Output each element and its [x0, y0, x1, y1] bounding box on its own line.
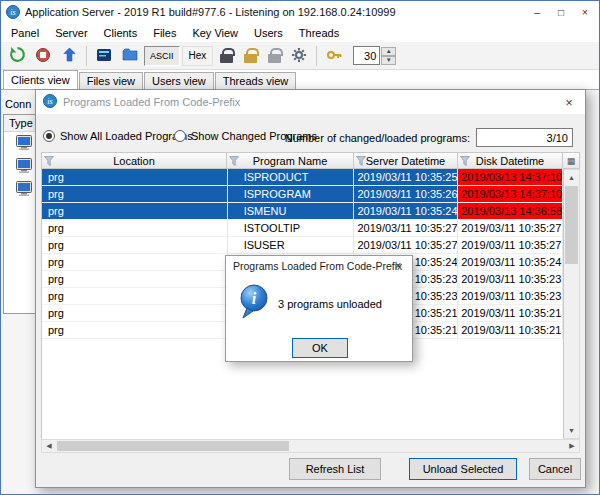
program-count-value: 3/10	[476, 128, 573, 147]
spinner-down-button[interactable]: ▼	[381, 56, 396, 65]
refresh-list-button[interactable]: Refresh List	[289, 458, 381, 480]
vertical-scroll-thumb[interactable]	[565, 186, 578, 264]
cell-location[interactable]: prg	[42, 305, 228, 322]
horizontal-scroll-thumb[interactable]	[57, 441, 289, 451]
menu-item-key-view[interactable]: Key View	[184, 25, 246, 41]
menu-item-users[interactable]: Users	[246, 25, 291, 41]
cell-program-name[interactable]: ISPRODUCT	[228, 169, 355, 186]
cell-program-name[interactable]: ISPROGRAM	[228, 186, 355, 203]
upload-button[interactable]	[57, 44, 81, 68]
menu-item-clients[interactable]: Clients	[96, 25, 146, 41]
cell-disk-datetime[interactable]: 2019/03/11 10:35:23	[458, 271, 563, 288]
table-row[interactable]: prgISMENU2019/03/11 10:35:242019/03/13 1…	[42, 203, 563, 220]
server-panel-button[interactable]	[92, 44, 116, 68]
messagebox-close-button[interactable]: ×	[384, 256, 412, 276]
column-header-server-datetime[interactable]: Server Datetime	[354, 152, 458, 169]
scroll-left-icon[interactable]: ◀	[42, 440, 56, 452]
column-header-disk-datetime[interactable]: Disk Datetime	[458, 152, 563, 169]
filter-funnel-icon[interactable]	[44, 156, 54, 166]
cell-location[interactable]: prg	[42, 203, 228, 220]
app-icon: is	[6, 5, 20, 19]
radio-show-all-loaded[interactable]: Show All Loaded Programs	[43, 130, 193, 142]
close-button[interactable]: ×	[573, 1, 597, 23]
key-button[interactable]	[322, 44, 346, 68]
cell-server-datetime[interactable]: 2019/03/11 10:35:27	[354, 220, 458, 237]
cell-server-datetime[interactable]: 2019/03/11 10:35:26	[354, 186, 458, 203]
cell-disk-datetime[interactable]: 2019/03/11 10:35:21	[458, 322, 563, 339]
spinner-up-button[interactable]: ▲	[381, 47, 396, 56]
lock-button-2[interactable]	[239, 44, 261, 68]
menu-item-panel[interactable]: Panel	[3, 25, 47, 41]
menu-item-files[interactable]: Files	[145, 25, 184, 41]
cell-disk-datetime[interactable]: 2019/03/11 10:35:21	[458, 305, 563, 322]
cell-server-datetime[interactable]: 2019/03/11 10:35:25	[354, 169, 458, 186]
filter-funnel-icon[interactable]	[356, 156, 366, 166]
column-header-location[interactable]: Location	[41, 152, 227, 169]
radio-unselected-icon	[174, 130, 186, 142]
minimize-button[interactable]: –	[525, 1, 549, 23]
table-row[interactable]: prgISPROGRAM2019/03/11 10:35:262019/03/1…	[42, 186, 563, 203]
table-row[interactable]: prgISUSER2019/03/11 10:35:272019/03/11 1…	[42, 237, 563, 254]
ascii-toggle-button[interactable]: ASCII	[144, 46, 180, 66]
computer-icon	[16, 135, 32, 152]
cell-disk-datetime[interactable]: 2019/03/11 10:35:24	[458, 254, 563, 271]
listen-button[interactable]	[5, 44, 29, 68]
menu-item-threads[interactable]: Threads	[291, 25, 347, 41]
cell-disk-datetime[interactable]: 2019/03/13 14:36:58	[458, 203, 563, 220]
cell-disk-datetime[interactable]: 2019/03/11 10:35:23	[458, 288, 563, 305]
cell-disk-datetime[interactable]: 2019/03/13 14:37:10	[458, 186, 563, 203]
tab-files-view[interactable]: Files view	[79, 72, 143, 89]
cell-location[interactable]: prg	[42, 322, 228, 339]
cell-location[interactable]: prg	[42, 186, 228, 203]
cell-location[interactable]: prg	[42, 288, 228, 305]
scroll-down-icon[interactable]: ▼	[564, 423, 579, 438]
filter-funnel-icon[interactable]	[460, 156, 470, 166]
cell-server-datetime[interactable]: 2019/03/11 10:35:24	[354, 203, 458, 220]
stop-button[interactable]	[31, 44, 55, 68]
cell-location[interactable]: prg	[42, 254, 228, 271]
spinner-arrows: ▲ ▼	[381, 47, 396, 65]
timeout-spinner: 30 ▲ ▼	[353, 46, 396, 65]
settings-button[interactable]	[287, 44, 311, 68]
lock-button-1[interactable]	[215, 44, 237, 68]
column-header-program-name[interactable]: Program Name	[227, 152, 354, 169]
cell-disk-datetime[interactable]: 2019/03/11 10:35:27	[458, 237, 563, 254]
maximize-button[interactable]: □	[549, 1, 573, 23]
vertical-scrollbar[interactable]: ▲ ▼	[563, 169, 580, 439]
messagebox-titlebar[interactable]: Programs Loaded From Code-Prefix ×	[226, 256, 412, 276]
cell-location[interactable]: prg	[42, 237, 228, 254]
table-row[interactable]: prgISPRODUCT2019/03/11 10:35:252019/03/1…	[42, 169, 563, 186]
unload-selected-button[interactable]: Unload Selected	[409, 458, 517, 480]
connected-clients-label: Conn	[5, 98, 31, 110]
cell-location[interactable]: prg	[42, 271, 228, 288]
hex-toggle-button[interactable]: Hex	[182, 46, 214, 66]
cell-location[interactable]: prg	[42, 220, 228, 237]
dialog-titlebar[interactable]: is Programs Loaded From Code-Prefix ×	[36, 90, 585, 114]
cell-server-datetime[interactable]: 2019/03/11 10:35:27	[354, 237, 458, 254]
dialog-close-button[interactable]: ×	[553, 90, 585, 114]
cell-disk-datetime[interactable]: 2019/03/13 14:37:10	[458, 169, 563, 186]
table-row[interactable]: prgISTOOLTIP2019/03/11 10:35:272019/03/1…	[42, 220, 563, 237]
tab-clients-view[interactable]: Clients view	[3, 70, 78, 89]
files-panel-button[interactable]	[118, 44, 142, 68]
spinner-value[interactable]: 30	[353, 46, 380, 65]
tab-threads-view[interactable]: Threads view	[215, 72, 296, 89]
cell-program-name[interactable]: ISTOOLTIP	[228, 220, 355, 237]
ok-button[interactable]: OK	[292, 338, 348, 358]
filter-funnel-icon[interactable]	[229, 156, 239, 166]
horizontal-scrollbar[interactable]: ◀ ▶	[41, 439, 580, 453]
column-chooser-button[interactable]: ▦	[563, 152, 580, 169]
tab-users-view[interactable]: Users view	[144, 72, 214, 89]
cell-location[interactable]: prg	[42, 169, 228, 186]
cell-program-name[interactable]: ISMENU	[228, 203, 355, 220]
window-titlebar[interactable]: is Application Server - 2019 R1 build#97…	[1, 1, 599, 23]
cell-program-name[interactable]: ISUSER	[228, 237, 355, 254]
svg-text:is: is	[10, 8, 15, 17]
menu-item-server[interactable]: Server	[47, 25, 95, 41]
gear-icon	[291, 47, 307, 65]
lock-button-3[interactable]	[263, 44, 285, 68]
scroll-up-icon[interactable]: ▲	[564, 170, 579, 185]
cell-disk-datetime[interactable]: 2019/03/11 10:35:27	[458, 220, 563, 237]
scroll-right-icon[interactable]: ▶	[565, 440, 579, 452]
cancel-button[interactable]: Cancel	[529, 458, 581, 480]
